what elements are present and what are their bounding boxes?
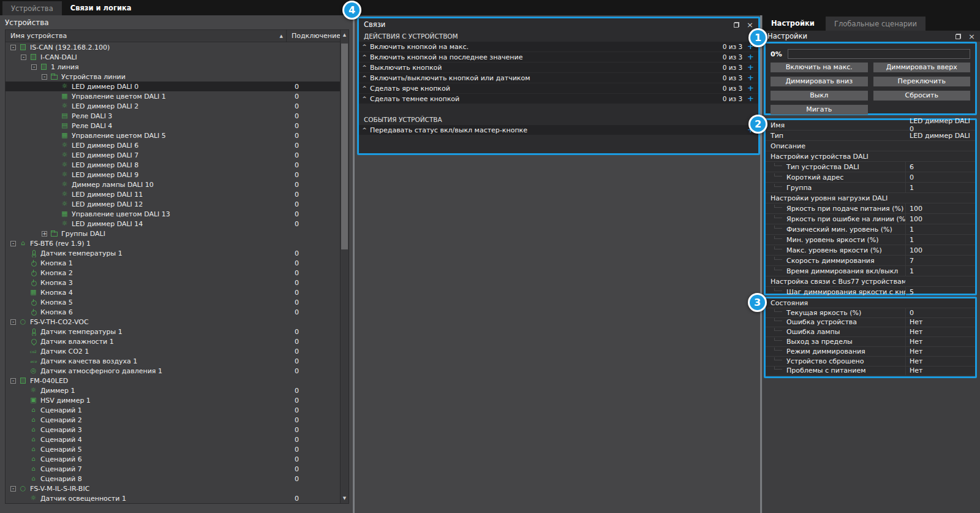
collapse-chevron-icon[interactable]: ^ [359, 54, 370, 60]
tab-settings[interactable]: Настройки [763, 15, 823, 31]
expand-toggle-icon[interactable]: - [42, 74, 47, 80]
table-row[interactable]: LED диммер DALI 9 0 [6, 170, 341, 180]
table-row[interactable]: Сценарий 6 0 [6, 454, 341, 464]
property-value[interactable]: 1 [905, 266, 975, 276]
table-row[interactable]: Кнопка 3 0 [6, 278, 341, 287]
property-row[interactable]: Описание [766, 141, 975, 151]
property-row[interactable]: Яркость при ошибке на линии (%) 100 [766, 214, 975, 224]
add-link-icon[interactable]: + [747, 94, 754, 103]
table-row[interactable]: Кнопка 4 0 [6, 287, 341, 297]
tree-scrollbar[interactable]: ▲ ▼ [340, 30, 349, 503]
table-row[interactable]: - Устройства линии [6, 72, 341, 82]
property-row[interactable]: Тип LED диммер DALI [766, 131, 975, 141]
property-value[interactable] [905, 193, 975, 203]
property-row[interactable]: Макс. уровень яркости (%) 100 [766, 245, 975, 256]
property-value[interactable]: LED диммер DALI 0 [905, 120, 975, 130]
table-row[interactable]: Сценарий 8 0 [6, 474, 341, 484]
action-row[interactable]: ^ Включить кнопкой на последнее значение… [359, 52, 758, 62]
sort-arrow-icon[interactable]: ▲ [280, 34, 283, 39]
table-row[interactable]: Управление цветом DALI 1 0 [6, 91, 341, 101]
table-row[interactable]: - IS-CAN (192.168.2.100) [6, 42, 341, 52]
table-row[interactable]: Кнопка 5 0 [6, 297, 341, 307]
table-row[interactable]: Сценарий 3 0 [6, 425, 341, 435]
column-header-connection[interactable]: Подключение [287, 30, 341, 42]
expand-toggle-icon[interactable]: - [10, 241, 16, 246]
expand-toggle-icon[interactable]: - [10, 378, 16, 384]
control-button[interactable]: Диммировать вниз [771, 77, 868, 86]
table-row[interactable]: Датчик температуры 1 0 [6, 248, 341, 258]
table-row[interactable]: Датчик CO2 1 0 [6, 346, 341, 356]
control-button[interactable]: Мигать [771, 105, 868, 115]
property-value[interactable]: LED диммер DALI [905, 131, 975, 140]
table-row[interactable]: LED диммер DALI 14 0 [6, 219, 341, 229]
table-row[interactable]: Датчик атмосферного давления 1 0 [6, 366, 341, 376]
property-row[interactable]: Настройки устройства DALI [766, 151, 975, 162]
splitter-left[interactable] [353, 15, 355, 513]
control-button[interactable]: Включить на макс. [771, 63, 868, 72]
property-row[interactable]: Мин. уровень яркости (%) 1 [766, 235, 975, 245]
add-link-icon[interactable]: + [747, 74, 754, 82]
state-row[interactable]: Выход за пределы Нет [766, 337, 975, 347]
property-row[interactable]: Тип устройства DALI 6 [766, 162, 975, 172]
property-row[interactable]: Настройки уровня нагрузки DALI [766, 193, 975, 203]
action-row[interactable]: ^ Включить/выключить кнопкой или датчико… [359, 73, 758, 83]
expand-toggle-icon[interactable]: - [10, 45, 16, 50]
add-link-icon[interactable]: + [747, 53, 754, 61]
table-row[interactable]: - I-CAN-DALI [6, 52, 341, 62]
state-row[interactable]: Проблемы с питанием Нет [766, 367, 975, 376]
property-value[interactable]: 1 [905, 183, 975, 192]
state-row[interactable]: Текущая яркость (%) 0 [766, 308, 975, 318]
property-row[interactable]: Физический мин. уровень (%) 1 [766, 224, 975, 235]
table-row[interactable]: - FS-V-M-IL-S-IR-BIC [6, 484, 341, 493]
property-value[interactable]: 1 [905, 224, 975, 234]
close-panel-icon[interactable]: × [747, 21, 753, 29]
property-value[interactable] [905, 276, 975, 286]
control-button[interactable]: Сбросить [873, 91, 971, 101]
collapse-chevron-icon[interactable]: ^ [359, 75, 370, 81]
table-row[interactable]: Кнопка 2 0 [6, 268, 341, 278]
table-row[interactable]: LED диммер DALI 2 0 [6, 101, 341, 111]
tab-global-scenarios[interactable]: Глобальные сценарии [826, 17, 925, 31]
expand-toggle-icon[interactable]: - [21, 55, 26, 60]
property-row[interactable]: Группа 1 [766, 183, 975, 193]
tab-links-logic[interactable]: Связи и логика [62, 0, 140, 15]
table-row[interactable]: LED диммер DALI 7 0 [6, 150, 341, 160]
splitter-right[interactable] [760, 15, 762, 513]
table-row[interactable]: LED диммер DALI 8 0 [6, 160, 341, 170]
collapse-chevron-icon[interactable]: ^ [359, 44, 370, 50]
property-value[interactable]: 6 [905, 162, 975, 172]
table-row[interactable]: Сценарий 2 0 [6, 415, 341, 425]
expand-toggle-icon[interactable]: - [10, 319, 16, 325]
action-row[interactable]: ^ Выключить кнопкой 0 из 3 + [359, 63, 758, 72]
table-row[interactable]: Управление цветом DALI 5 0 [6, 131, 341, 140]
table-row[interactable]: - 1 линия [6, 62, 341, 72]
table-row[interactable]: Датчик освещенности 1 0 [6, 493, 341, 503]
table-row[interactable]: LED диммер DALI 0 0 [6, 82, 341, 91]
tab-devices[interactable]: Устройства [2, 1, 62, 15]
table-row[interactable]: Сценарий 5 0 [6, 444, 341, 454]
state-row[interactable]: Ошибка устройства Нет [766, 318, 975, 328]
property-value[interactable]: 0 [905, 172, 975, 182]
table-row[interactable]: LED диммер DALI 12 0 [6, 199, 341, 209]
table-row[interactable]: LED диммер DALI 6 0 [6, 140, 341, 150]
table-row[interactable]: Управление цветом DALI 13 0 [6, 209, 341, 219]
collapse-chevron-icon[interactable]: ^ [359, 85, 370, 91]
close-panel-icon[interactable]: × [968, 32, 975, 40]
action-row[interactable]: ^ Сделать темнее кнопкой 0 из 3 + [359, 94, 758, 104]
property-value[interactable]: 7 [905, 256, 975, 265]
table-row[interactable]: Кнопка 1 0 [6, 258, 341, 268]
property-row[interactable]: Шаг диммирования яркости с кнопки (%) 5 [766, 287, 975, 297]
table-row[interactable]: - FS-V-TH-CO2-VOC [6, 317, 341, 327]
table-row[interactable]: Датчик влажности 1 0 [6, 336, 341, 346]
property-value[interactable] [905, 151, 975, 161]
property-value[interactable]: 5 [905, 287, 975, 297]
control-button[interactable]: Диммировать вверх [873, 63, 971, 72]
table-row[interactable]: - FM-040LED [6, 376, 341, 386]
table-row[interactable]: Диммер лампы DALI 10 0 [6, 180, 341, 189]
expand-toggle-icon[interactable]: + [42, 231, 47, 237]
table-row[interactable]: Реле DALI 4 0 [6, 121, 341, 131]
property-value[interactable]: 100 [905, 214, 975, 224]
action-row[interactable]: ^ Включить кнопкой на макс. 0 из 3 + [359, 42, 758, 51]
property-value[interactable]: 1 [905, 235, 975, 245]
table-row[interactable]: Реле DALI 3 0 [6, 111, 341, 121]
